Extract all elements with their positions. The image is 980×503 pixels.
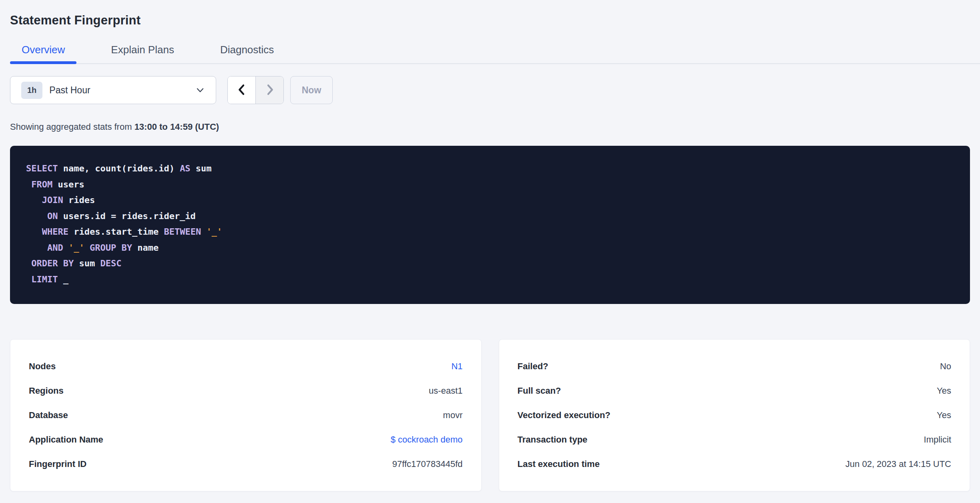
detail-row-nodes: NodesN1 <box>29 354 463 378</box>
detail-label-nodes: Nodes <box>29 361 56 372</box>
sql-line: FROM users <box>26 177 954 193</box>
tab-diagnostics[interactable]: Diagnostics <box>209 29 285 63</box>
interval-nav-group <box>227 76 284 104</box>
detail-value-full-scan: Yes <box>937 386 951 396</box>
detail-row-last-execution-time: Last execution timeJun 02, 2023 at 14:15… <box>518 452 952 476</box>
detail-label-vectorized-execution: Vectorized execution? <box>518 410 610 421</box>
detail-label-full-scan: Full scan? <box>518 386 561 396</box>
sql-line: JOIN rides <box>26 192 954 208</box>
detail-row-fingerprint-id: Fingerprint ID97ffc170783445fd <box>29 452 463 476</box>
tab-overview[interactable]: Overview <box>10 29 76 63</box>
detail-label-failed: Failed? <box>518 361 548 372</box>
aggregated-stats-range: 13:00 to 14:59 (UTC) <box>135 122 219 132</box>
now-button[interactable]: Now <box>290 76 333 104</box>
next-interval-button[interactable] <box>255 76 283 104</box>
detail-row-vectorized-execution: Vectorized execution?Yes <box>518 403 952 427</box>
detail-label-regions: Regions <box>29 386 64 396</box>
page-title: Statement Fingerprint <box>10 0 970 29</box>
time-controls: 1h Past Hour <box>10 76 970 104</box>
detail-row-full-scan: Full scan?Yes <box>518 378 952 403</box>
detail-row-failed: Failed?No <box>518 354 952 378</box>
detail-value-fingerprint-id: 97ffc170783445fd <box>392 459 463 469</box>
detail-value-vectorized-execution: Yes <box>937 410 951 421</box>
detail-row-database: Databasemovr <box>29 403 463 427</box>
statement-details-card-right: Failed?NoFull scan?YesVectorized executi… <box>499 339 970 491</box>
detail-row-application-name: Application Name$ cockroach demo <box>29 427 463 452</box>
detail-value-failed: No <box>940 361 951 372</box>
tab-bar: OverviewExplain PlansDiagnostics <box>10 29 980 64</box>
detail-label-last-execution-time: Last execution time <box>518 459 600 469</box>
detail-row-regions: Regionsus-east1 <box>29 378 463 403</box>
aggregated-stats-prefix: Showing aggregated stats from <box>10 122 135 132</box>
detail-link-nodes[interactable]: N1 <box>451 361 462 372</box>
detail-label-transaction-type: Transaction type <box>518 435 588 445</box>
sql-line: WHERE rides.start_time BETWEEN '_' <box>26 224 954 240</box>
chevron-right-icon <box>264 83 275 97</box>
sql-line: SELECT name, count(rides.id) AS sum <box>26 161 954 177</box>
interval-badge: 1h <box>21 82 42 99</box>
chevron-down-icon <box>195 85 205 95</box>
aggregated-stats-text: Showing aggregated stats from 13:00 to 1… <box>10 122 970 132</box>
time-interval-dropdown[interactable]: 1h Past Hour <box>10 76 216 104</box>
sql-line: ORDER BY sum DESC <box>26 256 954 272</box>
detail-cards: NodesN1Regionsus-east1DatabasemovrApplic… <box>10 339 970 491</box>
detail-value-database: movr <box>443 410 463 421</box>
detail-value-last-execution-time: Jun 02, 2023 at 14:15 UTC <box>845 459 951 469</box>
chevron-left-icon <box>236 83 247 97</box>
interval-label: Past Hour <box>49 85 90 96</box>
sql-line: ON users.id = rides.rider_id <box>26 208 954 224</box>
detail-label-fingerprint-id: Fingerprint ID <box>29 459 86 469</box>
prev-interval-button[interactable] <box>228 76 255 104</box>
detail-value-transaction-type: Implicit <box>924 435 951 445</box>
detail-label-database: Database <box>29 410 68 421</box>
sql-line: LIMIT _ <box>26 272 954 288</box>
statement-fingerprint-page: Statement Fingerprint OverviewExplain Pl… <box>0 0 980 503</box>
statement-details-card-left: NodesN1Regionsus-east1DatabasemovrApplic… <box>10 339 482 491</box>
sql-statement-box: SELECT name, count(rides.id) AS sum FROM… <box>10 146 970 304</box>
detail-row-transaction-type: Transaction typeImplicit <box>518 427 952 452</box>
detail-label-application-name: Application Name <box>29 435 103 445</box>
tab-explain-plans[interactable]: Explain Plans <box>99 29 186 63</box>
detail-link-application-name[interactable]: $ cockroach demo <box>391 435 463 445</box>
detail-value-regions: us-east1 <box>429 386 462 396</box>
sql-line: AND '_' GROUP BY name <box>26 240 954 256</box>
